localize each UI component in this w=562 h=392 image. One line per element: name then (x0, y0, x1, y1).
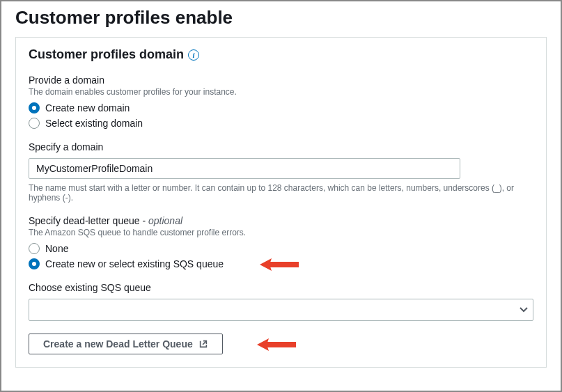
dlq-label-optional: optional (148, 215, 182, 226)
panel-header: Customer profiles domain i (16, 38, 546, 68)
dlq-label-dash: - (140, 215, 148, 226)
provide-domain-group: Provide a domain The domain enables cust… (29, 75, 533, 129)
radio-icon (29, 118, 40, 129)
dlq-group: Specify dead-letter queue - optional The… (29, 215, 533, 269)
annotation-arrow-icon (257, 336, 296, 354)
radio-create-new-domain[interactable]: Create new domain (29, 102, 533, 113)
button-label: Create a new Dead Letter Queue (43, 338, 193, 350)
choose-queue-label: Choose existing SQS queue (29, 282, 533, 293)
radio-dlq-none[interactable]: None (29, 243, 533, 254)
domain-name-input[interactable] (29, 158, 460, 179)
radio-icon (29, 243, 40, 254)
choose-queue-select[interactable] (29, 299, 533, 321)
radio-dlq-create-or-select[interactable]: Create new or select existing SQS queue (29, 258, 224, 269)
radio-icon-selected (29, 102, 40, 113)
create-dlq-button[interactable]: Create a new Dead Letter Queue (29, 334, 223, 354)
annotation-arrow-icon (260, 256, 299, 274)
specify-domain-group: Specify a domain The name must start wit… (29, 141, 533, 203)
dlq-sublabel: The Amazon SQS queue to handle customer … (29, 228, 533, 237)
radio-label: Create new or select existing SQS queue (45, 258, 224, 269)
choose-queue-group: Choose existing SQS queue (29, 282, 533, 321)
provide-domain-sublabel: The domain enables customer profiles for… (29, 87, 533, 97)
radio-label: Create new domain (45, 102, 130, 113)
radio-label: Select existing domain (45, 118, 143, 129)
dlq-label: Specify dead-letter queue - optional (29, 215, 533, 226)
external-link-icon (198, 339, 208, 349)
specify-domain-help: The name must start with a letter or num… (29, 183, 533, 203)
radio-select-existing-domain[interactable]: Select existing domain (29, 118, 533, 129)
provide-domain-label: Provide a domain (29, 75, 533, 86)
dlq-label-main: Specify dead-letter queue (29, 215, 140, 226)
customer-profiles-domain-panel: Customer profiles domain i Provide a dom… (15, 37, 547, 368)
radio-label: None (45, 243, 68, 254)
info-icon[interactable]: i (188, 49, 199, 61)
panel-header-title: Customer profiles domain (29, 47, 184, 62)
page-title: Customer profiles enable (1, 1, 561, 37)
select-input[interactable] (29, 299, 533, 321)
specify-domain-label: Specify a domain (29, 141, 533, 152)
radio-icon-selected (29, 258, 40, 269)
